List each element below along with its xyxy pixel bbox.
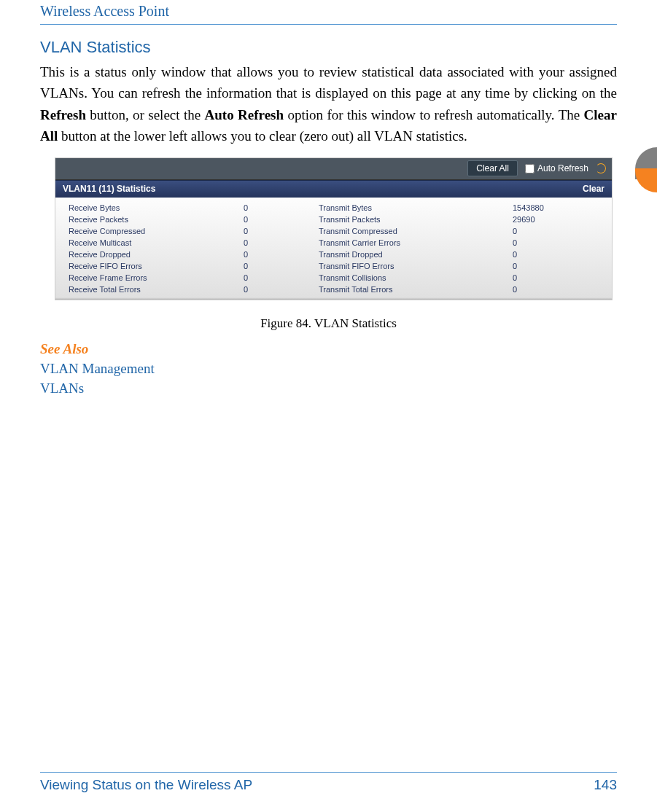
tx-label: Transmit Compressed (319, 227, 513, 235)
rx-label: Receive Compressed (63, 227, 244, 235)
refresh-icon[interactable] (596, 163, 606, 173)
auto-refresh-label: Auto Refresh (537, 163, 588, 173)
tx-label: Transmit Total Errors (319, 285, 513, 294)
body-text-part: button at the lower left allows you to c… (58, 128, 467, 144)
tx-label: Transmit Packets (319, 215, 513, 224)
rx-label: Receive Bytes (63, 203, 244, 212)
table-row: Receive Dropped0Transmit Dropped0 (55, 249, 612, 260)
stats-table: Receive Bytes0Transmit Bytes1543880Recei… (55, 198, 612, 300)
table-row: Receive Bytes0Transmit Bytes1543880 (55, 202, 612, 214)
body-text-part: option for this window to refresh automa… (284, 107, 584, 122)
tx-value: 0 (513, 285, 604, 294)
rx-label: Receive Packets (63, 215, 244, 224)
header-rule (40, 24, 617, 25)
figure-vlan-statistics: Clear All Auto Refresh VLAN11 (11) Stati… (55, 157, 613, 300)
link-vlan-management[interactable]: VLAN Management (40, 359, 617, 379)
vlan-stats-title: VLAN11 (11) Statistics (63, 184, 155, 194)
rx-label: Receive FIFO Errors (63, 262, 244, 270)
running-header: Wireless Access Point (40, 0, 617, 24)
figure-subheader: VLAN11 (11) Statistics Clear (55, 180, 612, 198)
tx-label: Transmit Dropped (319, 250, 513, 259)
body-text-part: button, or select the (86, 107, 205, 122)
tx-label: Transmit Collisions (319, 273, 513, 282)
rx-label: Receive Total Errors (63, 285, 244, 294)
rx-label: Receive Dropped (63, 250, 244, 259)
rx-label: Receive Multicast (63, 238, 244, 247)
footer-section-title: Viewing Status on the Wireless AP (40, 777, 252, 793)
body-bold-refresh: Refresh (40, 107, 86, 122)
tx-label: Transmit FIFO Errors (319, 262, 513, 270)
clear-all-button[interactable]: Clear All (467, 160, 518, 176)
auto-refresh-checkbox[interactable] (525, 164, 534, 173)
figure-caption: Figure 84. VLAN Statistics (40, 316, 617, 331)
rx-value: 0 (244, 273, 319, 282)
page-thumb-tab (635, 147, 657, 192)
table-row: Receive Total Errors0Transmit Total Erro… (55, 284, 612, 295)
footer-rule (40, 772, 617, 773)
see-also-heading: See Also (40, 341, 617, 357)
table-row: Receive Compressed0Transmit Compressed0 (55, 225, 612, 237)
section-body: This is a status only window that allows… (40, 61, 617, 147)
rx-value: 0 (244, 215, 319, 224)
rx-value: 0 (244, 250, 319, 259)
rx-value: 0 (244, 238, 319, 247)
tx-value: 0 (513, 238, 604, 247)
page-number: 143 (594, 777, 617, 793)
rx-value: 0 (244, 227, 319, 235)
tx-value: 0 (513, 250, 604, 259)
body-bold-auto-refresh: Auto Refresh (205, 107, 284, 122)
tx-value: 0 (513, 273, 604, 282)
tx-value: 0 (513, 262, 604, 270)
clear-button[interactable]: Clear (583, 184, 604, 194)
table-row: Receive Frame Errors0Transmit Collisions… (55, 272, 612, 284)
body-text-part: This is a status only window that allows… (40, 64, 617, 101)
tx-label: Transmit Bytes (319, 203, 513, 212)
table-row: Receive Packets0Transmit Packets29690 (55, 214, 612, 225)
auto-refresh-toggle[interactable]: Auto Refresh (525, 163, 588, 173)
link-vlans[interactable]: VLANs (40, 378, 617, 399)
tx-value: 29690 (513, 215, 604, 224)
rx-value: 0 (244, 262, 319, 270)
tx-value: 1543880 (513, 203, 604, 212)
rx-value: 0 (244, 203, 319, 212)
tx-label: Transmit Carrier Errors (319, 238, 513, 247)
tx-value: 0 (513, 227, 604, 235)
thumb-orange (635, 168, 657, 192)
section-title: VLAN Statistics (40, 38, 617, 57)
rx-label: Receive Frame Errors (63, 273, 244, 282)
table-row: Receive FIFO Errors0Transmit FIFO Errors… (55, 260, 612, 272)
rx-value: 0 (244, 285, 319, 294)
figure-toolbar: Clear All Auto Refresh (55, 158, 612, 180)
table-row: Receive Multicast0Transmit Carrier Error… (55, 237, 612, 249)
page-footer: Viewing Status on the Wireless AP 143 (40, 772, 617, 793)
